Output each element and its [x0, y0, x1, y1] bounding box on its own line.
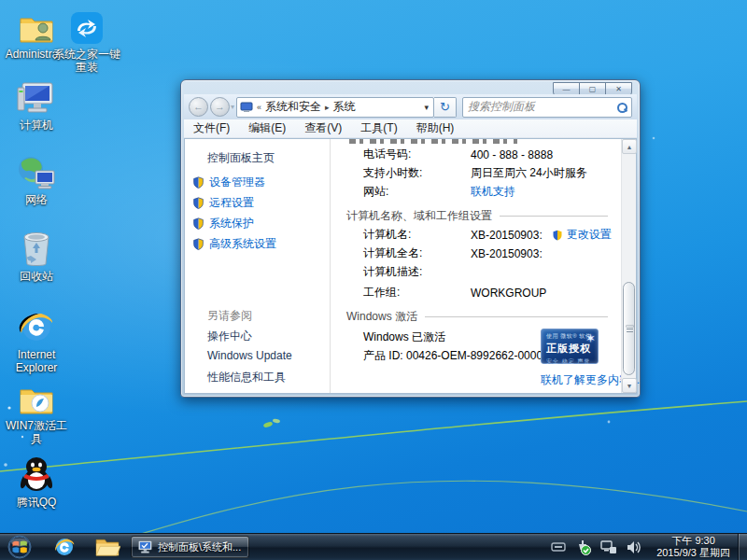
main-content: 电话号码: 400 - 888 - 8888 支持小时数: 周日至周六 24小时… — [331, 139, 621, 393]
hidden-icons-button[interactable] — [551, 541, 566, 553]
section-rule — [425, 316, 608, 317]
breadcrumb-overflow-icon[interactable]: « — [253, 103, 265, 112]
sidebar-advanced-system-settings[interactable]: 高级系统设置 — [192, 236, 276, 252]
forward-button[interactable]: → — [210, 97, 230, 117]
taskbar-task-control-panel[interactable]: 控制面板\系统和... — [131, 536, 249, 558]
system-window-icon — [136, 539, 153, 555]
search-placeholder: 搜索控制面板 — [468, 99, 617, 115]
back-button[interactable]: ← — [189, 97, 208, 117]
row-value: WORKGROUP — [471, 287, 546, 300]
uac-shield-icon — [552, 230, 563, 241]
menu-bar: 文件(F) 编辑(E) 查看(V) 工具(T) 帮助(H) — [184, 119, 637, 138]
uac-shield-icon — [192, 238, 204, 250]
sidebar-task-label: 设备管理器 — [209, 175, 265, 190]
scrollbar-thumb[interactable] — [623, 282, 635, 375]
computer-icon — [2, 78, 71, 116]
address-dropdown-icon[interactable]: ▾ — [421, 103, 431, 112]
menu-edit[interactable]: 编辑(E) — [239, 120, 295, 136]
show-desktop-button[interactable] — [738, 534, 747, 560]
section-computer-name: 计算机名称、域和工作组设置 — [346, 208, 608, 224]
info-row-website: 网站: 联机支持 — [363, 184, 515, 200]
refresh-button[interactable]: ↻ — [434, 97, 457, 118]
badge-bottom-text: 安全 稳定 声誉 — [546, 357, 594, 366]
sidebar-device-manager[interactable]: 设备管理器 — [192, 175, 265, 190]
change-settings-link[interactable]: 更改设置 — [567, 227, 612, 243]
sidebar-task-label: 远程设置 — [209, 195, 254, 211]
online-support-link[interactable]: 联机支持 — [471, 184, 515, 200]
start-button[interactable] — [4, 535, 35, 559]
sidebar-remote-settings[interactable]: 远程设置 — [192, 195, 254, 211]
sidebar-system-protection[interactable]: 系统保护 — [192, 216, 254, 231]
desktop-icon-internet-explorer[interactable]: Internet Explorer — [2, 308, 71, 374]
sidebar-windows-update[interactable]: Windows Update — [207, 349, 292, 362]
safely-remove-hardware-icon[interactable] — [575, 539, 591, 555]
desktop-icon-label: 网络 — [2, 193, 71, 206]
breadcrumb-item-system[interactable]: 系统 — [333, 100, 356, 113]
windows-orb-icon — [7, 535, 32, 559]
desktop-icon-tencent-qq[interactable]: 腾讯QQ — [2, 455, 71, 509]
row-label: 电话号码: — [363, 147, 471, 162]
network-icon — [2, 153, 71, 190]
desktop-icon-onekey-reinstall[interactable]: 系统之家一键重装 — [52, 7, 121, 74]
section-rule — [500, 216, 608, 217]
desktop: Administra... 系统之家一键重装 计算机 — [0, 0, 747, 560]
address-bar[interactable]: «系统和安全▸系统 ▾ — [236, 97, 434, 118]
desktop-icon-label: 计算机 — [2, 119, 71, 132]
menu-tools[interactable]: 工具(T) — [351, 120, 406, 136]
clipped-scrolled-text — [349, 139, 517, 144]
sidebar-task-label: 系统保护 — [209, 216, 254, 231]
menu-file[interactable]: 文件(F) — [184, 120, 239, 136]
taskbar-clock[interactable]: 下午 9:30 2015/9/3 星期四 — [656, 535, 730, 559]
row-label: 计算机全名: — [363, 245, 471, 261]
internet-explorer-icon — [2, 308, 71, 345]
window-body: 控制面板主页 设备管理器 远程设置 系统保护 高级系统设置 另请参阅 — [184, 138, 637, 394]
volume-icon[interactable] — [627, 540, 642, 554]
desktop-icon-computer[interactable]: 计算机 — [2, 78, 71, 132]
sidebar-see-also-title: 另请参阅 — [207, 308, 252, 324]
desktop-icon-label: 系统之家一键重装 — [52, 48, 121, 74]
activation-status: Windows 已激活 — [363, 329, 445, 345]
network-tray-icon[interactable] — [600, 540, 617, 554]
scroll-up-icon[interactable]: ▲ — [622, 139, 637, 154]
row-value: XB-20150903: — [471, 247, 543, 260]
breadcrumb-item-system-security[interactable]: 系统和安全 — [265, 100, 321, 113]
genuine-star-icon: ✶ — [585, 331, 596, 345]
product-id: 产品 ID: 00426-OEM-8992662-00006 — [363, 348, 549, 364]
desktop-icon-label: WIN7激活工具 — [2, 419, 71, 445]
taskbar-explorer-icon[interactable] — [92, 535, 123, 559]
qq-penguin-icon — [2, 455, 71, 493]
info-row-computer-description: 计算机描述: — [363, 264, 471, 280]
scroll-down-icon[interactable]: ▼ — [622, 378, 637, 393]
section-title: 计算机名称、域和工作组设置 — [346, 208, 492, 224]
info-row-support-hours: 支持小时数: 周日至周六 24小时服务 — [363, 165, 587, 181]
clock-date: 2015/9/3 星期四 — [656, 547, 730, 559]
breadcrumb-separator-icon: ▸ — [321, 103, 333, 112]
menu-help[interactable]: 帮助(H) — [407, 120, 464, 136]
win7-tool-folder-icon — [2, 379, 71, 416]
row-value: Windows 已激活 — [363, 329, 445, 345]
menu-view[interactable]: 查看(V) — [295, 120, 351, 136]
search-icon[interactable] — [617, 103, 627, 112]
sidebar-control-panel-home[interactable]: 控制面板主页 — [207, 150, 275, 166]
info-row-computer-name: 计算机名: XB-20150903: 更改设置 — [363, 227, 612, 243]
task-button-label: 控制面板\系统和... — [158, 540, 241, 554]
scrollbar[interactable]: ▲ ▼ — [621, 139, 636, 393]
sidebar: 控制面板主页 设备管理器 远程设置 系统保护 高级系统设置 另请参阅 — [185, 139, 331, 393]
row-value: XB-20150903: — [471, 229, 543, 242]
address-location-icon — [240, 102, 253, 113]
sidebar-performance-tools[interactable]: 性能信息和工具 — [207, 370, 286, 385]
desktop-icon-recycle-bin[interactable]: 回收站 — [2, 230, 71, 283]
info-row-phone: 电话号码: 400 - 888 - 8888 — [363, 147, 553, 162]
recycle-bin-icon — [2, 230, 71, 267]
desktop-icon-network[interactable]: 网络 — [2, 153, 71, 206]
search-input[interactable]: 搜索控制面板 — [462, 97, 632, 118]
section-title: Windows 激活 — [346, 309, 417, 325]
onekey-reinstall-icon — [52, 7, 121, 45]
sidebar-action-center[interactable]: 操作中心 — [207, 329, 252, 344]
breadcrumb[interactable]: «系统和安全▸系统 — [253, 99, 421, 115]
taskbar-ie-icon[interactable] — [49, 535, 80, 559]
desktop-icon-win7-activation-tool[interactable]: WIN7激活工具 — [2, 379, 71, 445]
recent-pages-chevron-icon[interactable]: ▾ — [231, 103, 234, 111]
row-value: 产品 ID: 00426-OEM-8992662-00006 — [363, 348, 549, 364]
row-label: 网站: — [363, 184, 471, 200]
